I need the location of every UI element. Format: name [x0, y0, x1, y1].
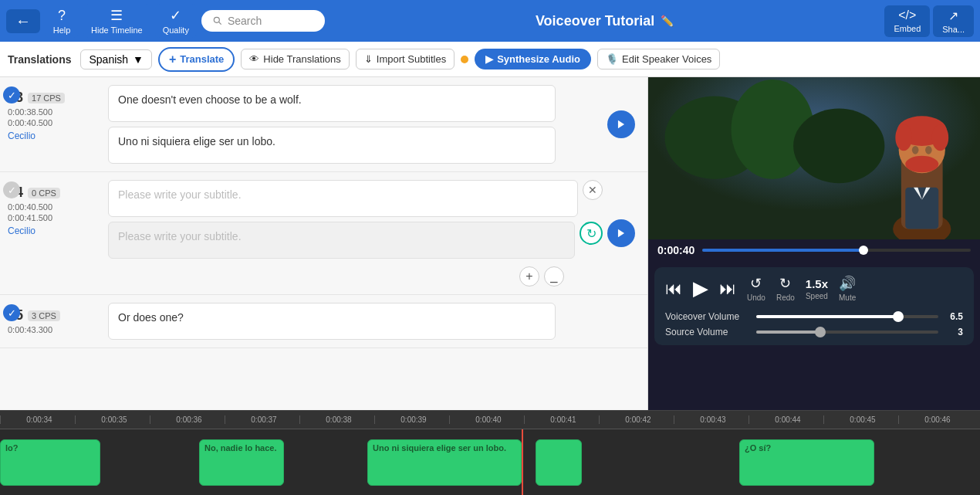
ruler-tick: 0:00:45 — [823, 415, 898, 424]
ruler-tick: 0:00:46 — [898, 415, 973, 424]
svg-line-1 — [218, 22, 221, 24]
chevron-down-icon: ▼ — [133, 53, 144, 66]
source-volume-label: Source Volume — [665, 327, 750, 337]
video-timestamp: 0:00:40 — [657, 244, 694, 256]
video-panel: 0:00:40 ⏮ ▶ ⏭ ↺ Undo — [648, 77, 980, 410]
redo-label: Redo — [776, 293, 795, 302]
search-input[interactable]: Search — [201, 10, 325, 32]
status-dot — [461, 56, 468, 63]
source-volume-fill — [756, 331, 820, 334]
play-main-button[interactable]: ▶ — [693, 276, 708, 300]
synthesize-audio-button[interactable]: ▶ Synthesize Audio — [475, 49, 591, 70]
ruler-tick: 0:00:40 — [449, 415, 524, 424]
ruler-tick: 0:00:35 — [75, 415, 150, 424]
ruler-tick: 0:00:41 — [524, 415, 599, 424]
rewind-button-group[interactable]: ⏮ — [665, 279, 682, 299]
mute-button-group[interactable]: 🔊 Mute — [839, 275, 856, 302]
back-button[interactable]: ← — [6, 9, 40, 33]
language-selector[interactable]: Spanish ▼ — [80, 49, 151, 70]
translate-button[interactable]: + Translate — [158, 47, 235, 72]
undo-button-group[interactable]: ↺ Undo — [747, 275, 765, 302]
subtitle-original-text[interactable]: One doesn't even choose to be a wolf. — [108, 85, 556, 122]
mute-button[interactable]: 🔊 — [839, 275, 856, 292]
list-item[interactable]: No, nadie lo hace. — [199, 439, 284, 486]
share-button[interactable]: ↗ Sha... — [933, 5, 974, 37]
list-item[interactable]: Uno ni siquiera elige ser un lobo. — [367, 439, 522, 486]
controls-panel: ⏮ ▶ ⏭ ↺ Undo ↻ Redo 1.5x Speed — [654, 267, 974, 345]
svg-point-13 — [932, 124, 949, 151]
help-button[interactable]: ? Help — [45, 5, 79, 38]
ruler-tick: 0:00:43 — [674, 415, 749, 424]
speaker-name: Cecilio — [8, 131, 100, 141]
list-item[interactable]: lo? — [0, 439, 100, 486]
main-layout: ✓ 13 17 CPS 0:00:38.500 0:00:40.500 Ceci… — [0, 77, 980, 410]
subtitle-translation-text[interactable]: Please write your subtitle. — [108, 222, 575, 259]
cps-badge: 0 CPS — [28, 188, 60, 198]
mic-icon: 🎙️ — [606, 53, 618, 65]
list-item[interactable]: ¿O sí? — [739, 439, 874, 486]
play-button[interactable] — [607, 110, 635, 138]
refresh-button[interactable]: ↻ — [580, 222, 603, 245]
import-icon: ⇓ — [364, 53, 373, 65]
source-volume-thumb[interactable] — [815, 327, 826, 337]
svg-point-0 — [214, 17, 219, 22]
fast-forward-button[interactable]: ⏭ — [719, 279, 736, 299]
subtitle-actions — [630, 303, 640, 340]
translations-label: Translations — [8, 53, 71, 66]
edit-title-icon[interactable]: ✏️ — [661, 15, 674, 27]
subtitle-original-text[interactable]: Please write your subtitle. — [108, 180, 578, 217]
add-above-button[interactable]: + — [519, 266, 539, 286]
embed-button[interactable]: </> Embed — [884, 5, 930, 37]
source-volume-row: Source Volume 3 — [665, 327, 963, 337]
time-start: 0:00:40.500 — [8, 202, 100, 212]
edit-speaker-voices-button[interactable]: 🎙️ Edit Speaker Voices — [597, 49, 720, 70]
source-volume-slider[interactable] — [756, 331, 938, 334]
video-progress-thumb[interactable] — [859, 246, 868, 255]
voiceover-volume-label: Voiceover Volume — [665, 311, 750, 322]
subtitle-panel: ✓ 13 17 CPS 0:00:38.500 0:00:40.500 Ceci… — [0, 77, 648, 410]
time-start: 0:00:38.500 — [8, 107, 100, 117]
undo-label: Undo — [747, 293, 765, 302]
table-row: ✓ 15 3 CPS 0:00:43.300 Or does one? — [0, 295, 647, 348]
subtitle-actions — [603, 180, 640, 286]
page-title: Voiceover Tutorial ✏️ — [329, 13, 880, 29]
subtitle-translation-text[interactable]: Uno ni siquiera elige ser un lobo. — [108, 127, 556, 164]
rewind-button[interactable]: ⏮ — [665, 279, 682, 299]
ruler-tick: 0:00:37 — [225, 415, 299, 424]
quality-button[interactable]: ✓ Quality — [155, 4, 197, 38]
speed-label: 1.5x — [806, 277, 828, 290]
cps-badge: 17 CPS — [28, 93, 65, 103]
playhead[interactable] — [522, 429, 523, 495]
voiceover-volume-slider[interactable] — [756, 315, 938, 318]
split-button[interactable]: ⎯ — [544, 266, 564, 286]
video-progress-bar[interactable] — [702, 249, 971, 252]
check-icon: ✓ — [3, 86, 20, 103]
redo-button-group[interactable]: ↻ Redo — [776, 275, 795, 302]
table-row: ✓ 14 0 CPS 0:00:40.500 0:00:41.500 Cecil… — [0, 172, 647, 295]
redo-button[interactable]: ↻ — [779, 275, 791, 292]
speed-button-group[interactable]: 1.5x Speed — [806, 277, 828, 300]
play-button[interactable] — [607, 219, 635, 247]
hide-translations-button[interactable]: 👁 Hide Translations — [241, 49, 349, 70]
import-subtitles-button[interactable]: ⇓ Import Subtitles — [356, 49, 455, 70]
ruler-tick: 0:00:34 — [0, 415, 75, 424]
hide-timeline-button[interactable]: ☰ Hide Timeline — [83, 4, 150, 38]
svg-point-15 — [925, 146, 932, 154]
table-row: ✓ 13 17 CPS 0:00:38.500 0:00:40.500 Ceci… — [0, 77, 647, 172]
voiceover-volume-value: 6.5 — [945, 311, 963, 322]
undo-button[interactable]: ↺ — [750, 275, 762, 292]
playback-controls: ⏮ ▶ ⏭ ↺ Undo ↻ Redo 1.5x Speed — [665, 275, 963, 308]
subtitle-original-text[interactable]: Or does one? — [108, 303, 556, 340]
row-bottom-actions: + ⎯ — [108, 263, 603, 286]
timeline-tracks: lo? No, nadie lo hace. Uno ni siquiera e… — [0, 429, 980, 495]
voiceover-volume-fill — [756, 315, 898, 318]
list-item[interactable] — [536, 439, 582, 486]
fast-forward-button-group[interactable]: ⏭ — [719, 279, 736, 299]
svg-marker-2 — [618, 120, 624, 129]
speed-title: Speed — [806, 292, 828, 300]
time-end: 0:00:40.500 — [8, 118, 100, 127]
voiceover-volume-thumb[interactable] — [893, 311, 904, 322]
right-toolbar-buttons: </> Embed ↗ Sha... — [884, 5, 974, 37]
delete-button[interactable]: ✕ — [583, 180, 603, 200]
play-main-button-group[interactable]: ▶ — [693, 276, 708, 300]
